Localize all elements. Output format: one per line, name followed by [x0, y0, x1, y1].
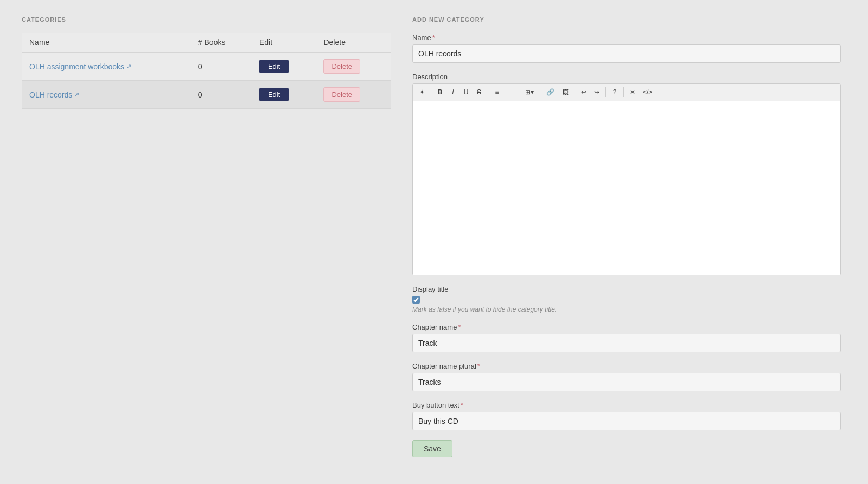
name-label: Name* — [412, 34, 841, 42]
toolbar-bold-btn[interactable]: B — [434, 86, 446, 99]
description-field-group: Description ✦ B I U S ≡ ≣ ⊞▾ 🔗 🖼 — [412, 73, 841, 275]
toolbar-clear-btn[interactable]: ✕ — [627, 86, 639, 99]
table-row: OLH records↗0EditDelete — [22, 81, 391, 109]
category-link[interactable]: OLH records↗ — [29, 91, 79, 99]
toolbar-sep-6 — [605, 87, 606, 97]
toolbar-magic-btn[interactable]: ✦ — [416, 86, 428, 99]
toolbar-undo-btn[interactable]: ↩ — [578, 86, 590, 99]
toolbar-sep-7 — [623, 87, 624, 97]
editor-toolbar: ✦ B I U S ≡ ≣ ⊞▾ 🔗 🖼 ↩ ↪ — [413, 84, 840, 101]
toolbar-strikethrough-btn[interactable]: S — [473, 86, 485, 99]
delete-button[interactable]: Delete — [323, 59, 360, 74]
toolbar-sep-2 — [488, 87, 488, 97]
categories-section-title: CATEGORIES — [22, 16, 391, 23]
toolbar-image-btn[interactable]: 🖼 — [559, 86, 572, 99]
toolbar-link-btn[interactable]: 🔗 — [543, 86, 558, 99]
chapter-name-plural-field-group: Chapter name plural* — [412, 362, 841, 391]
toolbar-sep-3 — [519, 87, 519, 97]
buy-button-field-group: Buy button text* — [412, 401, 841, 430]
edit-button[interactable]: Edit — [259, 88, 289, 101]
name-field-group: Name* — [412, 34, 841, 63]
toolbar-redo-btn[interactable]: ↪ — [591, 86, 603, 99]
buy-button-input[interactable] — [412, 412, 841, 430]
books-count: 0 — [190, 53, 252, 81]
chapter-name-input[interactable] — [412, 334, 841, 352]
col-name: Name — [22, 33, 190, 53]
external-link-icon: ↗ — [126, 63, 131, 70]
display-title-checkbox[interactable] — [412, 296, 420, 304]
add-category-section-title: ADD NEW CATEGORY — [412, 16, 841, 23]
external-link-icon: ↗ — [74, 91, 79, 98]
chapter-name-plural-input[interactable] — [412, 373, 841, 391]
edit-button[interactable]: Edit — [259, 60, 289, 73]
chapter-name-label: Chapter name* — [412, 323, 841, 331]
toolbar-table-btn[interactable]: ⊞▾ — [522, 86, 537, 99]
toolbar-sep-4 — [540, 87, 540, 97]
description-label: Description — [412, 73, 841, 81]
toolbar-ol-btn[interactable]: ≣ — [504, 86, 516, 99]
books-count: 0 — [190, 81, 252, 109]
col-books: # Books — [190, 33, 252, 53]
table-row: OLH assignment workbooks↗0EditDelete — [22, 53, 391, 81]
description-editor-body[interactable] — [413, 101, 840, 275]
display-title-group: Display title Mark as false if you want … — [412, 285, 841, 313]
save-button[interactable]: Save — [412, 440, 452, 457]
toolbar-ul-btn[interactable]: ≡ — [491, 86, 503, 99]
chapter-name-field-group: Chapter name* — [412, 323, 841, 352]
toolbar-underline-btn[interactable]: U — [460, 86, 472, 99]
chapter-name-plural-label: Chapter name plural* — [412, 362, 841, 370]
toolbar-italic-btn[interactable]: I — [447, 86, 459, 99]
col-delete: Delete — [316, 33, 391, 53]
toolbar-sep-5 — [575, 87, 575, 97]
categories-table: Name # Books Edit Delete OLH assignment … — [22, 33, 391, 109]
buy-button-label: Buy button text* — [412, 401, 841, 409]
toolbar-code-btn[interactable]: </> — [640, 86, 655, 99]
toolbar-help-btn[interactable]: ? — [609, 86, 621, 99]
name-input[interactable] — [412, 44, 841, 63]
delete-button[interactable]: Delete — [323, 87, 360, 102]
toolbar-sep-1 — [431, 87, 431, 97]
display-title-hint: Mark as false if you want to hide the ca… — [412, 306, 841, 313]
category-link[interactable]: OLH assignment workbooks↗ — [29, 62, 131, 71]
col-edit: Edit — [252, 33, 316, 53]
description-editor: ✦ B I U S ≡ ≣ ⊞▾ 🔗 🖼 ↩ ↪ — [412, 83, 841, 275]
display-title-label: Display title — [412, 285, 841, 293]
